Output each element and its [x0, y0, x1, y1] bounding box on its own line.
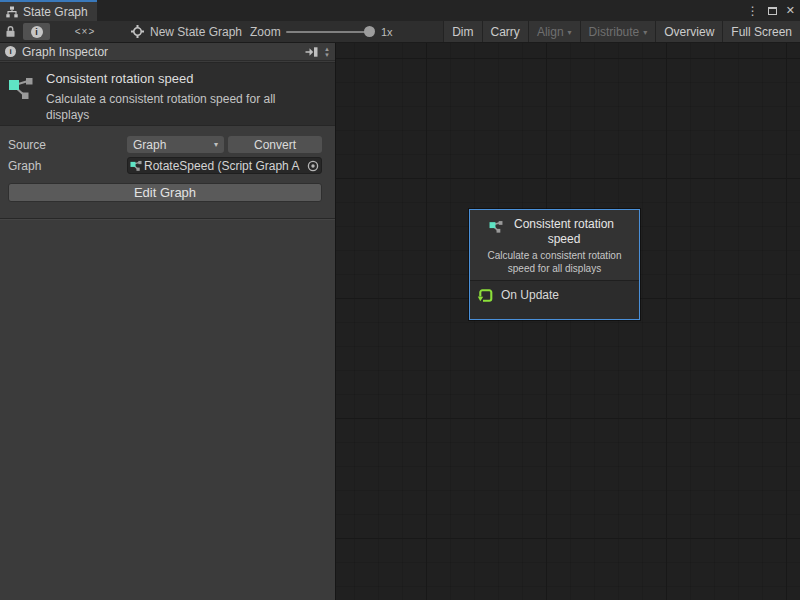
- dim-label: Dim: [452, 25, 473, 39]
- maximize-icon[interactable]: [768, 7, 777, 15]
- source-row: Source Graph ▾ Convert: [0, 136, 336, 154]
- align-label: Align: [537, 25, 564, 39]
- state-node-description: Calculate a consistent rotation speed fo…: [474, 249, 635, 275]
- edit-graph-button[interactable]: Edit Graph: [8, 183, 322, 202]
- carry-button[interactable]: Carry: [482, 21, 528, 42]
- source-dropdown[interactable]: Graph ▾: [127, 136, 224, 153]
- convert-label: Convert: [254, 138, 296, 152]
- code-view-icon: <×>: [75, 26, 96, 37]
- script-graph-icon: [489, 220, 503, 234]
- script-graph-icon: [130, 160, 142, 172]
- dim-button[interactable]: Dim: [443, 21, 481, 42]
- window-menu-icon[interactable]: ⋮: [747, 5, 759, 17]
- graph-inspector-header: i Graph Inspector ▲ ▼: [0, 43, 335, 61]
- chevron-down-icon: ▾: [214, 140, 218, 149]
- zoom-label: Zoom: [250, 21, 281, 42]
- source-dropdown-value: Graph: [133, 138, 166, 152]
- graph-inspector-title: Graph Inspector: [22, 45, 299, 59]
- carry-label: Carry: [491, 25, 520, 39]
- tab-title: State Graph: [23, 5, 88, 19]
- overview-label: Overview: [664, 25, 714, 39]
- script-graph-icon: [8, 76, 34, 102]
- align-button[interactable]: Align ▾: [528, 21, 580, 42]
- on-update-icon: [477, 287, 494, 304]
- graph-inspector-panel: i Graph Inspector ▲ ▼ Consistent rotatio…: [0, 43, 336, 600]
- graph-object-field[interactable]: RotateSpeed (Script Graph A: [127, 157, 322, 174]
- convert-button[interactable]: Convert: [228, 136, 322, 153]
- zoom-value: 1x: [381, 21, 393, 42]
- new-state-graph-button[interactable]: New State Graph: [131, 21, 242, 42]
- distribute-button[interactable]: Distribute ▾: [580, 21, 656, 42]
- info-icon: i: [5, 46, 16, 57]
- chevron-down-icon: ▾: [643, 28, 647, 37]
- new-state-graph-label: New State Graph: [150, 25, 242, 39]
- title-bar: State Graph ⋮ ✕: [0, 0, 800, 21]
- tab-state-graph[interactable]: State Graph: [0, 0, 97, 21]
- graph-canvas[interactable]: Consistent rotation speed Calculate a co…: [336, 43, 800, 600]
- info-icon: i: [31, 26, 43, 38]
- chevron-down-icon: ▾: [568, 28, 572, 37]
- overview-button[interactable]: Overview: [655, 21, 722, 42]
- dock-panel-icon[interactable]: [305, 47, 318, 57]
- graph-toolbar: i <×> New State Graph Zoom 1x Dim Carry …: [0, 21, 800, 43]
- close-icon[interactable]: ✕: [786, 5, 795, 16]
- source-label: Source: [8, 138, 46, 152]
- distribute-label: Distribute: [589, 25, 640, 39]
- graph-title: Consistent rotation speed: [46, 71, 193, 86]
- object-picker-button[interactable]: [306, 160, 320, 172]
- state-node-consistent-rotation-speed[interactable]: Consistent rotation speed Calculate a co…: [469, 209, 640, 320]
- state-node-title: Consistent rotation speed: [508, 217, 620, 247]
- lock-icon: [5, 25, 16, 38]
- state-node-header: Consistent rotation speed Calculate a co…: [470, 210, 639, 280]
- state-graph-icon: [6, 6, 18, 18]
- lock-button[interactable]: [5, 21, 16, 42]
- zoom-slider-track[interactable]: [286, 31, 372, 33]
- on-update-label: On Update: [501, 288, 559, 302]
- zoom-slider-handle[interactable]: [364, 26, 375, 37]
- graph-field-row: Graph RotateSpeed (Script Graph A: [0, 157, 336, 175]
- panel-divider: [0, 218, 335, 219]
- edit-graph-label: Edit Graph: [134, 185, 196, 200]
- graph-summary-box: Consistent rotation speed Calculate a co…: [0, 62, 335, 126]
- full-screen-button[interactable]: Full Screen: [722, 21, 800, 42]
- graph-object-value: RotateSpeed (Script Graph A: [144, 159, 304, 173]
- inspector-toggle-button[interactable]: i: [23, 23, 50, 40]
- object-picker-icon: [307, 160, 319, 172]
- crosshair-icon: [131, 25, 144, 38]
- window-scrubber[interactable]: ▲ ▼: [324, 46, 330, 58]
- graph-field-label: Graph: [8, 159, 41, 173]
- code-view-button[interactable]: <×>: [56, 21, 114, 42]
- state-node-events: On Update: [470, 280, 639, 319]
- toolbar-right-group: Dim Carry Align ▾ Distribute ▾ Overview …: [443, 21, 800, 42]
- full-screen-label: Full Screen: [731, 25, 792, 39]
- graph-description: Calculate a consistent rotation speed fo…: [46, 91, 314, 123]
- scrub-down-icon: ▼: [324, 52, 330, 58]
